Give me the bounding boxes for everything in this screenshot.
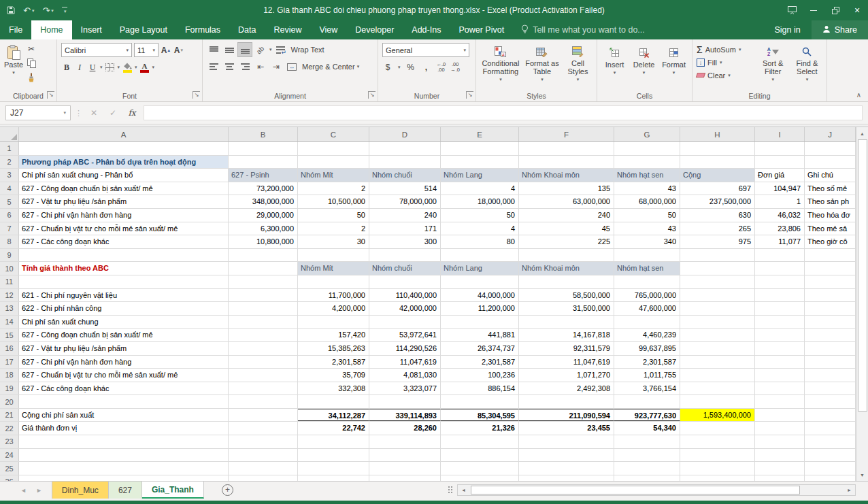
cell-D5[interactable]: 78,000,000 — [369, 195, 441, 208]
cell-F25[interactable] — [519, 462, 614, 475]
cell-H1[interactable] — [680, 142, 755, 155]
cell-D21[interactable]: 339,114,893 — [369, 409, 441, 422]
percent-style-icon[interactable]: % — [405, 61, 416, 74]
cell-I8[interactable]: 11,077 — [755, 235, 805, 248]
cell-G17[interactable]: 2,301,587 — [614, 356, 680, 369]
cell-B7[interactable]: 6,300,000 — [229, 222, 298, 235]
cell-A22[interactable]: Giá thành đơn vị — [19, 422, 229, 435]
cell-F2[interactable] — [519, 156, 614, 169]
row-header-25[interactable]: 25 — [0, 462, 19, 475]
cell-G16[interactable]: 99,637,895 — [614, 342, 680, 355]
cell-J17[interactable] — [805, 356, 856, 369]
cell-B10[interactable] — [229, 262, 298, 275]
cell-E13[interactable]: 11,200,000 — [441, 302, 519, 315]
undo-icon[interactable]: ↶▾ — [23, 6, 34, 15]
row-header-13[interactable]: 13 — [0, 302, 19, 315]
row-header-9[interactable]: 9 — [0, 249, 19, 262]
cell-E1[interactable] — [441, 142, 519, 155]
cell-C3[interactable]: Nhóm Mít — [298, 169, 369, 182]
sheet-tab-627[interactable]: 627 — [109, 482, 142, 499]
wrap-text-icon[interactable]: ↵ — [274, 43, 288, 56]
cell-H3[interactable]: Cộng — [680, 169, 755, 182]
cell-C10[interactable]: Nhóm Mít — [298, 262, 369, 275]
cell-I1[interactable] — [755, 142, 805, 155]
cell-F3[interactable]: Nhóm Khoai môn — [519, 169, 614, 182]
align-center-icon[interactable] — [222, 60, 236, 73]
cell-I6[interactable]: 46,032 — [755, 209, 805, 222]
cell-H22[interactable] — [680, 422, 755, 435]
cell-D20[interactable] — [369, 395, 441, 408]
cell-D12[interactable]: 110,400,000 — [369, 289, 441, 302]
cell-G22[interactable]: 54,340 — [614, 422, 680, 435]
cell-J4[interactable]: Theo số mẻ — [805, 182, 856, 195]
cell-G14[interactable] — [614, 316, 680, 329]
cell-C25[interactable] — [298, 462, 369, 475]
cell-G2[interactable] — [614, 156, 680, 169]
row-header-26[interactable]: 26 — [0, 475, 19, 481]
cell-C20[interactable] — [298, 395, 369, 408]
cell-G21[interactable]: 923,777,630 — [614, 409, 680, 422]
cell-F15[interactable]: 14,167,818 — [519, 329, 614, 341]
cell-H5[interactable]: 237,500,000 — [680, 195, 755, 208]
ribbon-tab-data[interactable]: Data — [229, 20, 265, 39]
cell-F11[interactable] — [519, 275, 614, 288]
cell-H14[interactable] — [680, 316, 755, 329]
cell-A7[interactable]: 627 - Chuẩn bị vật tư cho mỗi mẻ sản xuấ… — [19, 222, 229, 235]
cell-D26[interactable] — [369, 475, 441, 481]
cell-F22[interactable]: 23,455 — [519, 422, 614, 435]
row-header-4[interactable]: 4 — [0, 182, 19, 195]
cell-H7[interactable]: 265 — [680, 222, 755, 235]
cell-E7[interactable]: 4 — [441, 222, 519, 235]
cell-A25[interactable] — [19, 462, 229, 475]
row-header-19[interactable]: 19 — [0, 382, 19, 395]
cell-B17[interactable] — [229, 356, 298, 369]
align-right-icon[interactable] — [238, 60, 252, 73]
cell-J23[interactable] — [805, 435, 856, 448]
minimize-icon[interactable] — [803, 0, 824, 20]
ribbon-tab-view[interactable]: View — [310, 20, 346, 39]
formula-input[interactable] — [144, 105, 863, 120]
ribbon-display-options-icon[interactable] — [781, 0, 803, 20]
cell-J21[interactable] — [805, 409, 856, 422]
cell-C23[interactable] — [298, 435, 369, 448]
redo-icon[interactable]: ↷▾ — [42, 6, 53, 15]
cell-H11[interactable] — [680, 275, 755, 288]
ribbon-tab-insert[interactable]: Insert — [72, 20, 111, 39]
ribbon-tab-formulas[interactable]: Formulas — [176, 20, 229, 39]
cell-D13[interactable]: 42,000,000 — [369, 302, 441, 315]
cell-E17[interactable]: 2,301,587 — [441, 356, 519, 369]
cell-G7[interactable]: 43 — [614, 222, 680, 235]
conditional-formatting-button[interactable]: ≠ Conditional Formatting ▾ — [480, 43, 521, 84]
cell-A26[interactable] — [19, 475, 229, 481]
cell-H13[interactable] — [680, 302, 755, 315]
cell-H2[interactable] — [680, 156, 755, 169]
cell-B18[interactable] — [229, 369, 298, 382]
cell-E5[interactable]: 18,000,000 — [441, 195, 519, 208]
cell-D16[interactable]: 114,290,526 — [369, 342, 441, 355]
cell-E2[interactable] — [441, 156, 519, 169]
sort-filter-button[interactable]: AZ Sort & Filter ▾ — [757, 43, 789, 84]
cell-I12[interactable] — [755, 289, 805, 302]
increase-font-size-icon[interactable]: A▲ — [161, 44, 171, 57]
cell-B24[interactable] — [229, 449, 298, 462]
column-header-J[interactable]: J — [805, 127, 856, 141]
cell-G5[interactable]: 68,000,000 — [614, 195, 680, 208]
cell-B21[interactable] — [229, 409, 298, 422]
cell-B4[interactable]: 73,200,000 — [229, 182, 298, 195]
format-cells-button[interactable]: Format ▾ — [660, 43, 688, 84]
font-dialog-launcher[interactable]: ↘ — [193, 91, 200, 99]
increase-decimal-icon[interactable]: ←.0.00 — [437, 62, 446, 73]
cell-B6[interactable]: 29,000,000 — [229, 209, 298, 222]
cell-D23[interactable] — [369, 435, 441, 448]
cell-G8[interactable]: 340 — [614, 235, 680, 248]
cell-F8[interactable]: 225 — [519, 235, 614, 248]
cell-E4[interactable]: 4 — [441, 182, 519, 195]
cell-H12[interactable] — [680, 289, 755, 302]
ribbon-tab-developer[interactable]: Developer — [346, 20, 403, 39]
cell-J26[interactable] — [805, 475, 856, 481]
cell-C22[interactable]: 22,742 — [298, 422, 369, 435]
cell-A21[interactable]: Cộng chi phí sản xuất — [19, 409, 229, 422]
cell-A6[interactable]: 627 - Chi phí vận hành đơn hàng — [19, 209, 229, 222]
bold-button[interactable]: B — [61, 61, 72, 74]
column-header-B[interactable]: B — [229, 127, 298, 141]
